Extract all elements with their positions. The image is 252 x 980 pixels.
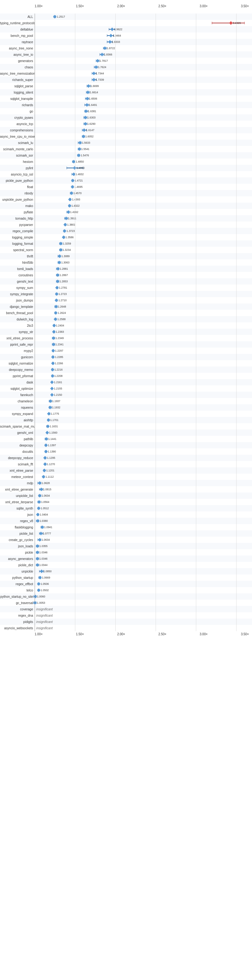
value-label: 1.1270 — [47, 463, 55, 466]
row-label: flaskblogging — [0, 526, 35, 529]
row-bar-area: 1.9464 — [35, 32, 236, 39]
row-label: mypy2 — [0, 349, 35, 353]
row-bar-area: 1.1201 — [35, 467, 236, 474]
table-row: sympy_str1.2383 — [0, 329, 252, 335]
value-label: 1.2161 — [54, 381, 62, 384]
ci-cap — [107, 41, 108, 43]
value-marker — [229, 21, 233, 25]
row-bar-area: 1.9622 — [35, 26, 236, 32]
row-label: regex_v8 — [0, 519, 35, 523]
value-marker — [39, 531, 43, 535]
row-label: deepcopy_memo — [0, 368, 35, 372]
value-marker — [68, 197, 72, 201]
table-row: pylint1.4950 — [0, 165, 252, 171]
value-label: 1.0380 — [40, 519, 48, 522]
row-label: bench_mp_pool — [0, 34, 35, 38]
table-row: chameleon1.1937 — [0, 398, 252, 404]
row-bar-area: 1.0564 — [35, 499, 236, 505]
row-label: tornado_http — [0, 217, 35, 220]
table-row: fannkuch1.2150 — [0, 392, 252, 398]
table-row: gc_traversal1.0053 — [0, 600, 252, 606]
table-row: xml_etree_generate1.0815 — [0, 486, 252, 493]
row-label: deltablue — [0, 28, 35, 31]
value-label: 1.2867 — [60, 274, 68, 277]
table-row: nqueens1.1932 — [0, 404, 252, 410]
value-label: 1.4162 — [70, 210, 78, 214]
table-row: bench_thread_pool1.2624 — [0, 310, 252, 316]
table-row: nbody1.4570 — [0, 190, 252, 196]
table-row: asyncio_websocketsinsignificant — [0, 625, 252, 631]
row-bar-area: 1.2517 — [35, 14, 236, 20]
value-label: 1.1701 — [51, 418, 59, 422]
value-label: 1.9622 — [114, 28, 122, 31]
row-bar-area: 1.3801 — [35, 221, 236, 228]
table-row: aiohttp1.1701 — [0, 417, 252, 423]
value-marker — [82, 128, 86, 132]
row-label: sympy_expand — [0, 412, 35, 416]
table-row: regex_dnainsignificant — [0, 612, 252, 619]
value-label: 1.0060 — [37, 595, 45, 598]
row-bar-area: 1.1390 — [35, 449, 236, 455]
table-row: coroutines1.2867 — [0, 272, 252, 278]
table-row: xml_etree_process1.2349 — [0, 335, 252, 341]
table-row: async_tree_cpu_io_mixed1.6052 — [0, 133, 252, 140]
row-bar-area: 1.2208 — [35, 373, 236, 379]
row-label: pycparser — [0, 223, 35, 227]
value-label: 1.6147 — [86, 129, 94, 132]
value-label: 1.0669 — [42, 576, 50, 579]
row-bar-area: 1.5633 — [35, 140, 236, 146]
row-bar-area: 1.1270 — [35, 461, 236, 467]
value-marker — [62, 235, 65, 239]
table-row: scimark_fft1.1270 — [0, 461, 252, 467]
row-label: pylint — [0, 166, 35, 170]
value-label: 1.2349 — [55, 337, 63, 340]
table-row: meteor_contest1.1112 — [0, 474, 252, 480]
row-bar-area: 1.3063 — [35, 259, 236, 266]
row-label: xml_etree_parse — [0, 469, 35, 473]
value-label: 1.1295 — [47, 456, 55, 460]
value-label: 1.6381 — [88, 110, 96, 113]
row-bar-area: 1.0941 — [35, 524, 236, 530]
value-marker — [40, 570, 43, 573]
row-label: genshi_text — [0, 280, 35, 283]
row-label: logging_format — [0, 242, 35, 245]
row-bar-area: 1.1631 — [35, 423, 236, 430]
row-bar-area: 1.2349 — [35, 335, 236, 341]
value-label: 1.3586 — [65, 236, 74, 239]
value-label: 1.1441 — [48, 438, 56, 441]
table-row: genshi_xml1.1560 — [0, 430, 252, 436]
row-bar-area: 1.3586 — [35, 234, 236, 240]
value-label: 1.3723 — [67, 229, 74, 232]
table-row: pycparser1.3801 — [0, 221, 252, 228]
table-row: pprint_pformat1.2208 — [0, 373, 252, 379]
value-marker — [58, 254, 61, 258]
row-bar-area: 1.2161 — [35, 379, 236, 385]
row-label: create_gc_cycles — [0, 538, 35, 542]
value-label: 1.8366 — [104, 53, 112, 56]
table-row: async_tree_io1.8366 — [0, 51, 252, 58]
row-bar-area: 1.1441 — [35, 436, 236, 442]
value-label: 1.0777 — [43, 532, 51, 535]
value-label: 1.7624 — [98, 65, 106, 69]
row-bar-area: 1.2867 — [35, 272, 236, 278]
value-marker — [55, 286, 59, 289]
table-row: mdp1.0628 — [0, 480, 252, 486]
row-label: xml_etree_generate — [0, 488, 35, 491]
row-bar-area: 1.2285 — [35, 354, 236, 360]
table-row: unpickle_pure_python1.4393 — [0, 196, 252, 203]
row-bar-area: 1.1112 — [35, 474, 236, 480]
row-bar-area: 1.2710 — [35, 297, 236, 304]
value-label: 1.4832 — [76, 173, 84, 176]
table-row: scimark_sor1.5476 — [0, 152, 252, 159]
insignificant-label: insignificant — [36, 608, 52, 611]
value-label: 1.1932 — [52, 406, 60, 409]
row-label: xml_etree_iterparse — [0, 500, 35, 504]
row-label: comprehensions — [0, 129, 35, 132]
row-bar-area: 1.9333 — [35, 39, 236, 45]
row-bar-area: 1.7817 — [35, 58, 236, 64]
row-bar-area: 1.0346 — [35, 555, 236, 562]
table-row: sympy_sum1.2781 — [0, 285, 252, 291]
value-label: 1.7344 — [96, 72, 104, 75]
value-label: 1.4393 — [72, 198, 80, 201]
ci-cap — [244, 22, 244, 24]
